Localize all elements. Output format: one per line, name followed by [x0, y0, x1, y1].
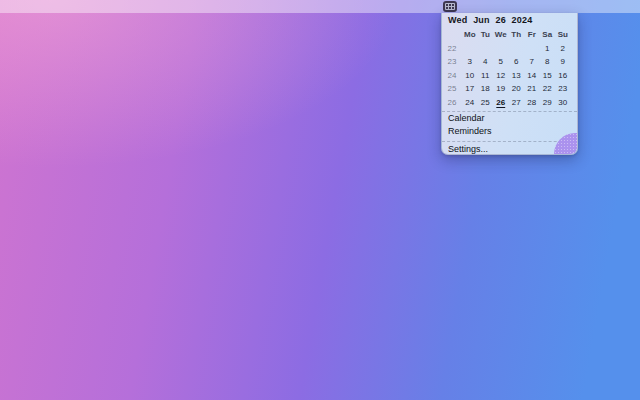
- calendar-date-cell[interactable]: 13: [509, 69, 525, 83]
- calendar-date-cell[interactable]: 8: [540, 55, 556, 69]
- calendar-tray-button[interactable]: [443, 1, 457, 12]
- calendar-grid-icon: [445, 3, 455, 10]
- week-number: 22: [442, 42, 462, 56]
- calendar-date-cell-selected[interactable]: 26: [493, 96, 509, 110]
- week-number: 25: [442, 82, 462, 96]
- menu-item-calendar[interactable]: Calendar: [442, 112, 577, 125]
- current-date-header: Wed Jun 26 2024: [442, 13, 577, 27]
- calendar-date-cell[interactable]: 22: [540, 82, 556, 96]
- day-header-cell: Tu: [478, 28, 494, 42]
- calendar-date-cell[interactable]: 27: [509, 96, 525, 110]
- calendar-date-cell[interactable]: 21: [524, 82, 540, 96]
- calendar-date-cell: [478, 42, 494, 56]
- week-col-spacer: [442, 28, 462, 42]
- day-header-cell: Mo: [462, 28, 478, 42]
- calendar-date-cell: [509, 42, 525, 56]
- calendar-date-cell[interactable]: 15: [540, 69, 556, 83]
- calendar-date-cell[interactable]: 11: [478, 69, 494, 83]
- calendar-date-cell[interactable]: 30: [555, 96, 571, 110]
- calendar-date-cell: [524, 42, 540, 56]
- calendar-date-cell[interactable]: 9: [555, 55, 571, 69]
- week-number: 24: [442, 69, 462, 83]
- calendar-date-cell[interactable]: 7: [524, 55, 540, 69]
- menu-item-reminders[interactable]: Reminders: [442, 125, 577, 138]
- week-number: 23: [442, 55, 462, 69]
- calendar-date-cell[interactable]: 10: [462, 69, 478, 83]
- menu-bar: [0, 0, 640, 13]
- calendar-date-cell[interactable]: 25: [478, 96, 494, 110]
- calendar-date-cell[interactable]: 1: [540, 42, 556, 56]
- calendar-date-cell[interactable]: 3: [462, 55, 478, 69]
- day-header-cell: We: [493, 28, 509, 42]
- calendar-date-cell[interactable]: 28: [524, 96, 540, 110]
- calendar-date-cell[interactable]: 5: [493, 55, 509, 69]
- calendar-date-cell: [462, 42, 478, 56]
- calendar-date-cell[interactable]: 20: [509, 82, 525, 96]
- calendar-grid: Mo Tu We Th Fr Sa Su 22 1 2 23 3 4 5 6 7…: [442, 28, 577, 109]
- calendar-dropdown-panel: Wed Jun 26 2024 Mo Tu We Th Fr Sa Su 22 …: [441, 13, 578, 155]
- calendar-date-cell[interactable]: 19: [493, 82, 509, 96]
- calendar-date-cell[interactable]: 29: [540, 96, 556, 110]
- calendar-date-cell[interactable]: 24: [462, 96, 478, 110]
- calendar-date-cell[interactable]: 23: [555, 82, 571, 96]
- calendar-date-cell[interactable]: 12: [493, 69, 509, 83]
- calendar-date-cell[interactable]: 16: [555, 69, 571, 83]
- day-header-cell: Su: [555, 28, 571, 42]
- calendar-date-cell[interactable]: 2: [555, 42, 571, 56]
- week-number: 26: [442, 96, 462, 110]
- day-header-cell: Th: [509, 28, 525, 42]
- calendar-date-cell: [493, 42, 509, 56]
- calendar-date-cell[interactable]: 17: [462, 82, 478, 96]
- calendar-date-cell[interactable]: 6: [509, 55, 525, 69]
- day-header-cell: Sa: [540, 28, 556, 42]
- calendar-date-cell[interactable]: 18: [478, 82, 494, 96]
- day-header-cell: Fr: [524, 28, 540, 42]
- calendar-date-cell[interactable]: 14: [524, 69, 540, 83]
- calendar-date-cell[interactable]: 4: [478, 55, 494, 69]
